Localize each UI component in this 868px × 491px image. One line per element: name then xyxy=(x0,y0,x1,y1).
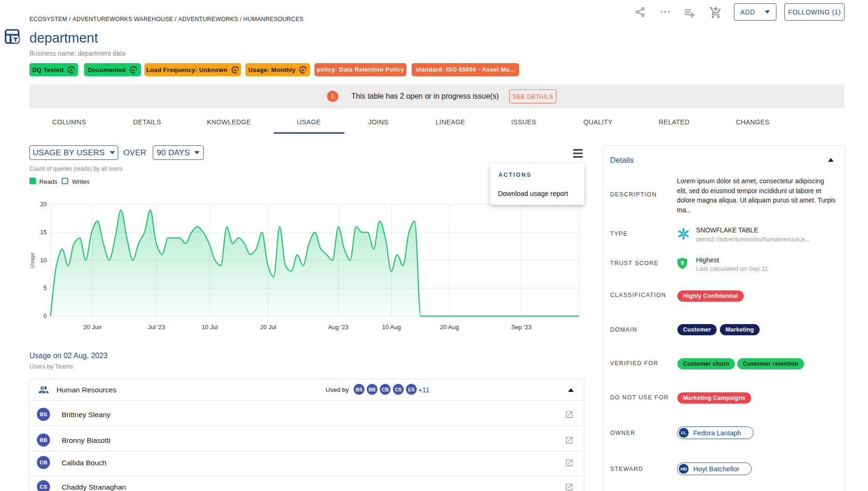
svg-text:20 Jul: 20 Jul xyxy=(260,324,277,331)
svg-text:A: A xyxy=(132,67,135,72)
svg-text:Sep '23: Sep '23 xyxy=(511,324,532,331)
svg-text:5: 5 xyxy=(43,285,47,291)
svg-text:20: 20 xyxy=(40,201,47,208)
svg-text:20 Jun: 20 Jun xyxy=(83,324,101,331)
svg-text:15: 15 xyxy=(40,229,47,236)
svg-text:A: A xyxy=(301,67,305,72)
svg-text:0: 0 xyxy=(43,313,47,319)
svg-text:10 Jul: 10 Jul xyxy=(202,324,218,331)
svg-text:10 Aug: 10 Aug xyxy=(382,324,401,331)
svg-text:A: A xyxy=(70,67,73,72)
svg-text:20 Aug: 20 Aug xyxy=(440,324,459,331)
svg-text:10: 10 xyxy=(40,257,47,264)
svg-text:Aug '23: Aug '23 xyxy=(328,324,349,331)
svg-text:A: A xyxy=(234,67,237,72)
svg-text:Jul '23: Jul '23 xyxy=(148,324,165,331)
svg-text:Usage: Usage xyxy=(29,253,35,268)
